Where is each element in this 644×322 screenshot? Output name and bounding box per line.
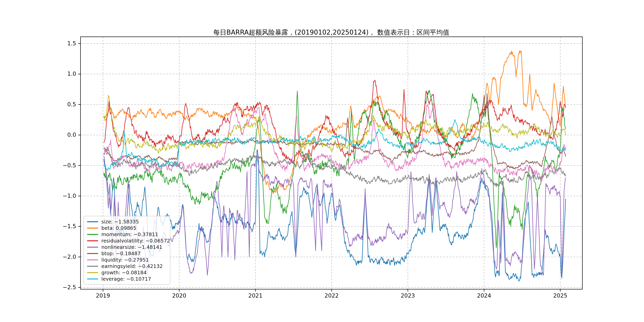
- y-tick-label: −2.0: [36, 254, 76, 260]
- legend-item: residualvolatility: −0.06572: [87, 238, 167, 244]
- legend-swatch: [87, 278, 98, 280]
- x-tick-label: 2025: [544, 292, 576, 299]
- x-tick-label: 2019: [87, 292, 119, 299]
- y-tick-label: −1.0: [36, 192, 76, 199]
- legend-item: beta: 0.09865: [87, 225, 167, 231]
- legend-swatch: [87, 253, 98, 254]
- legend-item: leverage: −0.10717: [87, 276, 167, 282]
- y-tick-label: −2.5: [36, 284, 76, 291]
- legend-item: momentum: −0.37811: [87, 231, 167, 237]
- legend-item-label: earningsyield: −0.42132: [101, 263, 163, 269]
- legend-swatch: [87, 266, 98, 267]
- legend-item-label: residualvolatility: −0.06572: [101, 238, 170, 244]
- legend-swatch: [87, 272, 98, 273]
- legend-item-label: leverage: −0.10717: [101, 276, 151, 282]
- legend-swatch: [87, 240, 98, 241]
- y-tick-label: 1.0: [36, 70, 76, 77]
- legend-swatch: [87, 221, 98, 222]
- legend-item: growth: −0.08184: [87, 270, 167, 276]
- legend-item-label: liquidity: −0.27951: [101, 257, 149, 263]
- x-tick-label: 2022: [316, 292, 348, 299]
- y-tick-label: −0.5: [36, 162, 76, 169]
- legend-item-label: growth: −0.08184: [101, 270, 147, 276]
- legend-swatch: [87, 247, 98, 248]
- legend-swatch: [87, 234, 98, 235]
- y-tick-label: 0.5: [36, 101, 76, 108]
- legend-item: size: −1.58335: [87, 219, 167, 224]
- legend: size: −1.58335beta: 0.09865momentum: −0.…: [84, 216, 170, 285]
- x-tick-label: 2023: [392, 292, 424, 299]
- x-tick-label: 2021: [240, 292, 271, 299]
- figure-root: 每日BARRA超额风险暴露，(20190102,20250124)， 数值表示日…: [0, 0, 644, 322]
- legend-item-label: nonlinearsize: −1.48141: [101, 244, 162, 250]
- y-tick-label: 1.5: [36, 40, 76, 47]
- legend-item-label: beta: 0.09865: [101, 225, 136, 231]
- legend-item: btop: −0.18487: [87, 250, 167, 256]
- y-tick-label: −1.5: [36, 223, 76, 230]
- legend-item-label: btop: −0.18487: [101, 251, 141, 256]
- legend-swatch: [87, 260, 98, 260]
- x-tick-label: 2020: [164, 292, 195, 299]
- chart-title: 每日BARRA超额风险暴露，(20190102,20250124)， 数值表示日…: [213, 28, 450, 37]
- y-tick-label: 0.0: [36, 132, 76, 138]
- legend-item: nonlinearsize: −1.48141: [87, 244, 167, 250]
- x-tick-label: 2024: [468, 292, 500, 299]
- legend-item: earningsyield: −0.42132: [87, 263, 167, 269]
- legend-item-label: momentum: −0.37811: [101, 232, 158, 237]
- legend-swatch: [87, 228, 98, 228]
- legend-item-label: size: −1.58335: [101, 219, 139, 224]
- legend-item: liquidity: −0.27951: [87, 257, 167, 263]
